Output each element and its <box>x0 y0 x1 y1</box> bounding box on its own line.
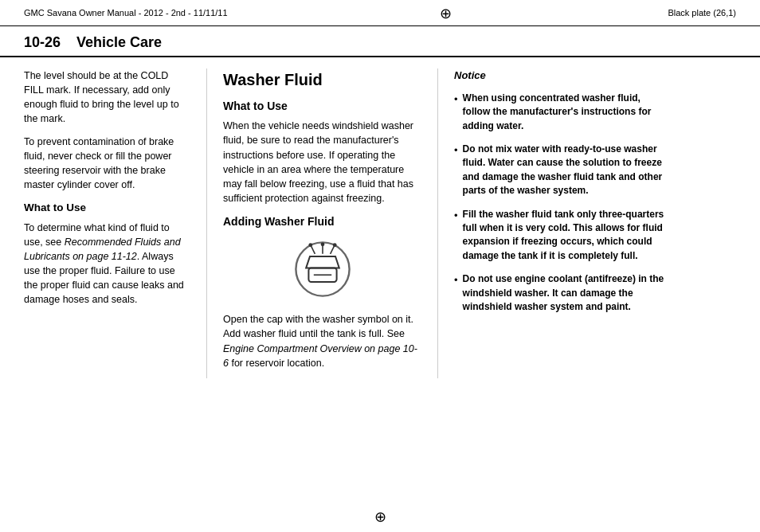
left-para-1: The level should be at the COLD FILL mar… <box>24 68 190 127</box>
notice-text-1: When using concentrated washer fluid, fo… <box>463 92 669 133</box>
page-wrapper: GMC Savana Owner Manual - 2012 - 2nd - 1… <box>0 0 760 532</box>
adding-washer-fluid-heading: Adding Washer Fluid <box>223 213 421 229</box>
section-number: 10-26 <box>24 34 61 51</box>
content-area: The level should be at the COLD FILL mar… <box>0 68 760 378</box>
notice-item-2: • Do not mix water with ready-to-use was… <box>454 143 669 198</box>
section-title: Vehicle Care <box>76 34 162 51</box>
right-column: Notice • When using concentrated washer … <box>438 68 669 378</box>
notice-text-4: Do not use engine coolant (antifreeze) i… <box>463 272 669 314</box>
what-to-use-heading: What to Use <box>223 98 421 114</box>
bullet-1: • <box>454 92 458 108</box>
page-header: GMC Savana Owner Manual - 2012 - 2nd - 1… <box>0 0 760 26</box>
header-right-text: Black plate (26,1) <box>668 8 736 18</box>
svg-line-2 <box>311 247 315 255</box>
section-heading: 10-26 Vehicle Care <box>0 26 760 57</box>
washer-cap-icon <box>291 237 355 301</box>
bullet-2: • <box>454 143 458 158</box>
notice-text-3: Fill the washer fluid tank only three-qu… <box>463 208 669 264</box>
header-left-text: GMC Savana Owner Manual - 2012 - 2nd - 1… <box>24 8 228 18</box>
left-subsection-title: What to Use <box>24 200 190 216</box>
notice-text-2: Do not mix water with ready-to-use washe… <box>463 143 669 198</box>
bullet-4: • <box>454 273 458 288</box>
header-crosshair-icon <box>440 5 456 21</box>
left-para-3: To determine what kind of fluid to use, … <box>24 221 190 307</box>
svg-point-6 <box>320 243 324 247</box>
svg-point-5 <box>308 244 312 248</box>
left-para-2: To prevent contamination of brake fluid,… <box>24 135 190 193</box>
middle-column: Washer Fluid What to Use When the vehicl… <box>207 68 438 378</box>
footer-crosshair-icon: ⊕ <box>374 508 386 526</box>
notice-item-1: • When using concentrated washer fluid, … <box>454 92 669 133</box>
svg-line-4 <box>330 247 334 255</box>
bullet-3: • <box>454 209 458 224</box>
notice-item-3: • Fill the washer fluid tank only three-… <box>454 208 669 264</box>
notice-item-4: • Do not use engine coolant (antifreeze)… <box>454 272 669 314</box>
notice-list: • When using concentrated washer fluid, … <box>454 92 669 314</box>
svg-point-7 <box>332 244 336 248</box>
left-column: The level should be at the COLD FILL mar… <box>24 68 207 378</box>
middle-para-1: When the vehicle needs windshield washer… <box>223 119 421 205</box>
header-center <box>440 5 456 21</box>
notice-title: Notice <box>454 68 669 84</box>
washer-fluid-heading: Washer Fluid <box>223 68 421 92</box>
washer-icon-container <box>223 237 421 301</box>
middle-caption: Open the cap with the washer symbol on i… <box>223 312 421 370</box>
